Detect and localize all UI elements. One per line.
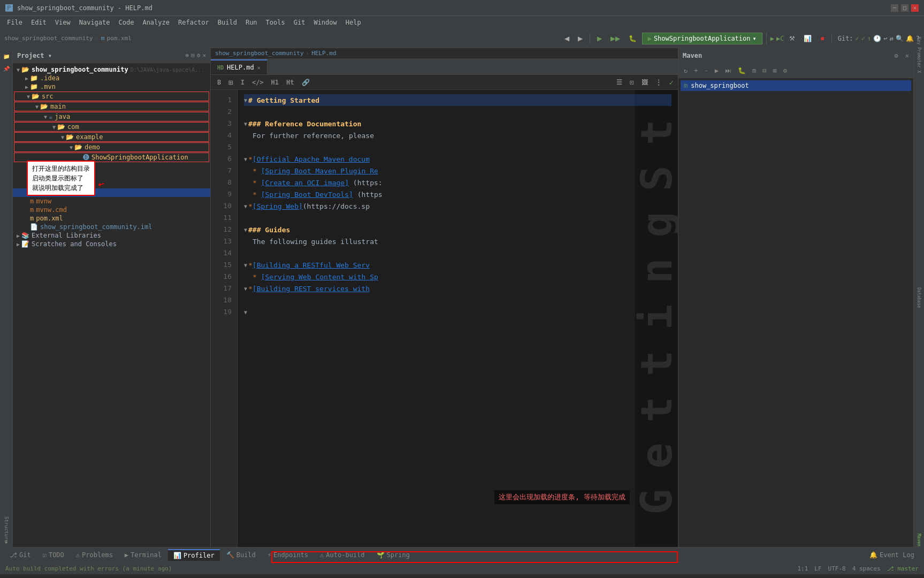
run-green-icon[interactable]: ▶ xyxy=(770,35,774,42)
maven-edge-icon[interactable]: Maven xyxy=(915,536,923,544)
line15-link[interactable]: [Building a RESTful Web Serv xyxy=(253,261,370,269)
tree-external-libs[interactable]: ▶ 📚 External Libraries xyxy=(13,231,210,240)
structure-icon[interactable]: Structure xyxy=(1,524,12,535)
tree-src[interactable]: ▼ 📂 src xyxy=(14,92,209,101)
tab-spring[interactable]: 🌱 Spring xyxy=(371,550,415,560)
maven-remove-btn[interactable]: - xyxy=(702,66,710,75)
line9-link[interactable]: [Spring Boot DevTools] xyxy=(261,191,353,199)
status-git[interactable]: ⎇ master xyxy=(887,565,919,572)
bc-project[interactable]: show_springboot_community xyxy=(215,50,304,57)
maven-collapse-btn[interactable]: ⊟ xyxy=(760,66,768,75)
locate-icon[interactable]: ⊕ xyxy=(186,52,189,59)
breadcrumb-project[interactable]: show_springboot_community xyxy=(4,35,93,42)
tree-iml[interactable]: 📄 show_springboot_community.iml xyxy=(13,223,210,231)
tree-mvnw-cmd[interactable]: m mvnw.cmd xyxy=(13,206,210,214)
tree-root[interactable]: ▼ 📂 show_springboot_community D:\JAVA\ja… xyxy=(13,65,210,74)
run-config-dropdown[interactable]: ▶ ShowSpringbootApplication ▾ xyxy=(642,33,762,44)
maven-skip-btn[interactable]: ⏭ xyxy=(723,66,734,75)
coverage-icon[interactable]: ▶C xyxy=(776,35,784,42)
tab-profiler[interactable]: 📊 Profiler xyxy=(168,549,220,561)
tree-mvn[interactable]: ▶ 📁 .mvn xyxy=(13,82,210,91)
sidebar-icon-2[interactable]: 📌 xyxy=(1,63,12,74)
back-button[interactable]: ◀ xyxy=(561,33,572,44)
line17-link[interactable]: [Building REST services with xyxy=(253,285,370,293)
fold-15[interactable]: ▼ xyxy=(244,262,247,268)
link-btn[interactable]: 🔗 xyxy=(300,78,312,87)
tree-java[interactable]: ▼ ☕ java xyxy=(14,112,209,121)
table-btn[interactable]: ⊞ xyxy=(226,77,235,88)
tree-mvnw[interactable]: m mvnw xyxy=(13,197,210,206)
line10-link[interactable]: [Spring Web] xyxy=(253,202,303,210)
maximize-button[interactable]: □ xyxy=(901,4,908,12)
image-btn[interactable]: 🖼 xyxy=(639,78,650,87)
tab-todo[interactable]: ☑ TODO xyxy=(37,550,70,560)
database-icon[interactable]: Database xyxy=(915,293,923,302)
menu-git[interactable]: Git xyxy=(289,18,310,27)
panel-close-icon[interactable]: ✕ xyxy=(202,52,206,59)
stop-button[interactable]: ■ xyxy=(817,33,827,44)
status-encoding[interactable]: UTF-8 xyxy=(828,565,846,572)
menu-icon[interactable]: ☰ xyxy=(614,78,624,87)
tab-close-icon[interactable]: ✕ xyxy=(257,65,261,71)
forward-button[interactable]: ▶ xyxy=(575,33,586,44)
menu-refactor[interactable]: Refactor xyxy=(174,18,213,27)
git-revert-icon[interactable]: ↩ xyxy=(883,35,887,42)
fold-3[interactable]: ▼ xyxy=(244,121,247,127)
window-controls[interactable]: ─ □ ✕ xyxy=(891,4,919,12)
close-button[interactable]: ✕ xyxy=(911,4,919,12)
panel-settings-icon[interactable]: ⚙ xyxy=(197,52,201,59)
bc-helpmd[interactable]: HELP.md xyxy=(311,50,336,57)
tab-autobuild[interactable]: ⚠ Auto-build xyxy=(315,550,370,560)
minimize-button[interactable]: ─ xyxy=(891,4,898,12)
tree-demo[interactable]: ▼ 📂 demo xyxy=(14,142,209,152)
menu-analyze[interactable]: Analyze xyxy=(138,18,174,27)
maven-close-icon[interactable]: ✕ xyxy=(905,52,909,59)
key-promoter-icon[interactable]: Key Promoter X xyxy=(915,51,923,59)
menu-view[interactable]: View xyxy=(51,18,75,27)
git-notification-icon[interactable]: 🔔 xyxy=(906,35,914,42)
menu-run[interactable]: Run xyxy=(241,18,262,27)
tree-idea[interactable]: ▶ 📁 .idea xyxy=(13,74,210,82)
fold-10[interactable]: ▼ xyxy=(244,203,247,209)
menu-navigate[interactable]: Navigate xyxy=(75,18,114,27)
tree-main[interactable]: ▼ 📂 main xyxy=(14,102,209,111)
git-search-icon[interactable]: 🔍 xyxy=(896,35,904,42)
status-lf[interactable]: LF xyxy=(814,565,821,572)
fold-6[interactable]: ▼ xyxy=(244,156,247,162)
layout-btn[interactable]: ⋮ xyxy=(653,78,664,87)
maven-settings2-btn[interactable]: ⚙ xyxy=(781,66,789,75)
fold-19[interactable]: ▼ xyxy=(244,309,247,315)
git-translate-icon[interactable]: ⇄ xyxy=(890,35,894,42)
collapse-all-icon[interactable]: ⊟ xyxy=(191,52,195,59)
view-toggle[interactable]: ⊡ xyxy=(628,78,636,87)
tab-event-log[interactable]: 🔔 Event Log xyxy=(864,550,920,560)
favorites-icon[interactable]: ★ xyxy=(1,536,12,547)
tab-problems[interactable]: ⚠ Problems xyxy=(71,550,118,560)
h2-btn[interactable]: Ht xyxy=(284,78,296,87)
code-btn[interactable]: </> xyxy=(250,78,266,87)
menu-tools[interactable]: Tools xyxy=(262,18,289,27)
tab-git[interactable]: ⎇ Git xyxy=(4,550,36,560)
breadcrumb-file[interactable]: pom.xml xyxy=(106,35,131,42)
h1-btn[interactable]: H1 xyxy=(269,78,281,87)
menu-edit[interactable]: Edit xyxy=(27,18,51,27)
line16-link[interactable]: [Serving Web Content with Sp xyxy=(261,273,378,281)
maven-debug-btn[interactable]: 🐛 xyxy=(736,66,748,75)
maven-project-item[interactable]: m show_springboot xyxy=(681,80,911,91)
tab-endpoints[interactable]: ⚡ Endpoints xyxy=(262,550,314,560)
line7-link[interactable]: [Spring Boot Maven Plugin Re xyxy=(261,167,378,175)
status-position[interactable]: 1:1 xyxy=(797,565,808,572)
tree-com[interactable]: ▼ 📂 com xyxy=(14,122,209,132)
maven-run-btn[interactable]: ▶ xyxy=(713,66,721,75)
build-button[interactable]: ⚒ xyxy=(786,33,798,44)
maven-settings-icon[interactable]: ⚙ xyxy=(894,52,898,59)
tree-scratches[interactable]: ▶ 📝 Scratches and Consoles xyxy=(13,240,210,248)
menu-window[interactable]: Window xyxy=(309,18,341,27)
debug-button[interactable]: 🐛 xyxy=(625,33,640,44)
git-history-icon[interactable]: 🕐 xyxy=(873,35,881,42)
profile-button[interactable]: 📊 xyxy=(800,33,815,44)
menu-code[interactable]: Code xyxy=(114,18,139,27)
run-green-button[interactable]: ▶ xyxy=(594,33,605,44)
tab-terminal[interactable]: ▶ Terminal xyxy=(119,550,167,560)
bold-btn[interactable]: B xyxy=(215,78,223,87)
